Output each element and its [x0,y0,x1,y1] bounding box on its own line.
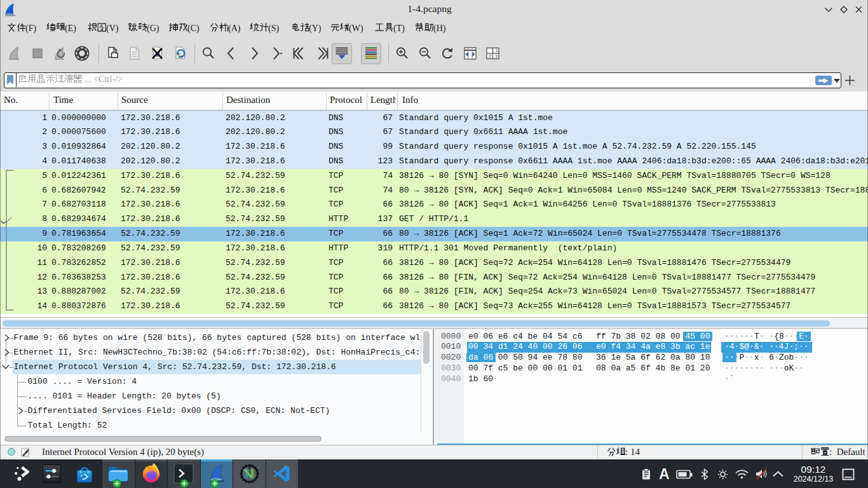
svg-text:1: 1 [496,48,498,53]
svg-text:3: 3 [495,54,498,58]
svg-text:2: 2 [489,54,491,58]
